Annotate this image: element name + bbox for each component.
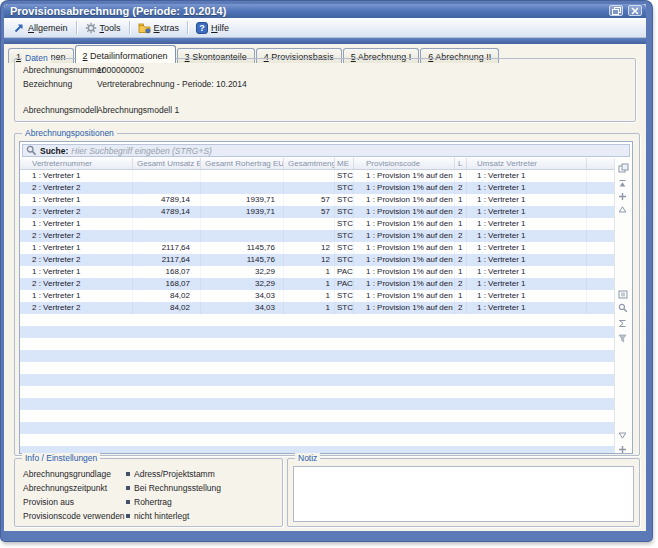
- cell-provisionscode: 1 : Provision 1% auf den Ve: [354, 170, 455, 182]
- cell-provisionscode: 1 : Provision 1% auf den Ve: [354, 206, 455, 218]
- info-label-provision-aus: Provision aus: [23, 497, 74, 507]
- toolbar-item-hilfe[interactable]: ?Hilfe: [191, 20, 234, 36]
- table-row[interactable]: 2 : Vertreter 2168,0732,291PACK1 : Provi…: [20, 278, 615, 290]
- cell-gesamt_rohertrag: [201, 170, 284, 182]
- column-header-provisionscode[interactable]: Provisionscode: [354, 158, 455, 169]
- cell-umsatz_vertreter: 1 : Vertreter 1: [467, 206, 587, 218]
- field-label-abrechnungsnummer: Abrechnungsnummer: [23, 65, 104, 75]
- cell-me: PACK: [335, 266, 354, 278]
- cell-umsatz_vertreter: 1 : Vertreter 1: [467, 230, 587, 242]
- cell-vertreternummer: 1 : Vertreter 1: [22, 170, 133, 182]
- cell-provisionscode: 1 : Provision 1% auf den Ve: [354, 266, 455, 278]
- cell-me: STCK: [335, 302, 354, 314]
- field-value-abrechnungsmodell: Abrechnungsmodell 1: [97, 105, 179, 115]
- cell-gesamt_umsatz: 2117,64: [133, 242, 201, 254]
- cell-provisionscode: 1 : Provision 1% auf den Ve: [354, 278, 455, 290]
- cell-l: 2: [455, 302, 467, 314]
- toolbar-item-allgemein[interactable]: Allgemein: [8, 20, 73, 36]
- table-row[interactable]: 1 : Vertreter 1STCK1 : Provision 1% auf …: [20, 218, 615, 230]
- cell-gesamtmenge: 1: [284, 278, 335, 290]
- notiz-textarea[interactable]: [293, 466, 634, 522]
- table-row[interactable]: 1 : Vertreter 184,0234,031STCK1 : Provis…: [20, 290, 615, 302]
- cell-gesamt_umsatz: 4789,14: [133, 194, 201, 206]
- cell-gesamt_umsatz: [133, 170, 201, 182]
- cell-empty: [587, 302, 613, 314]
- column-header-vertreternummer[interactable]: Vertreternummer: [22, 158, 133, 169]
- cell-me: STCK: [335, 182, 354, 194]
- cell-umsatz_vertreter: 1 : Vertreter 1: [467, 242, 587, 254]
- window-controls: [609, 5, 642, 16]
- table-row[interactable]: 2 : Vertreter 22117,641145,7612STCK1 : P…: [20, 254, 615, 266]
- table-row[interactable]: 1 : Vertreter 1STCK1 : Provision 1% auf …: [20, 170, 615, 182]
- cell-gesamtmenge: [284, 230, 335, 242]
- search-input[interactable]: [71, 145, 626, 156]
- close-button[interactable]: [628, 5, 642, 16]
- cell-gesamt_rohertrag: 1939,71: [201, 206, 284, 218]
- cell-gesamtmenge: 57: [284, 194, 335, 206]
- table-row[interactable]: 2 : Vertreter 2STCK1 : Provision 1% auf …: [20, 230, 615, 242]
- grid-header: VertreternummerGesamt Umsatz EURGesamt R…: [20, 158, 615, 170]
- cell-l: 1: [455, 170, 467, 182]
- cell-provisionscode: 1 : Provision 1% auf den Ve: [354, 242, 455, 254]
- page-up-icon[interactable]: [618, 200, 627, 218]
- help-icon: ?: [196, 22, 208, 34]
- cell-gesamt_umsatz: 168,07: [133, 266, 201, 278]
- cell-gesamt_umsatz: [133, 218, 201, 230]
- table-row[interactable]: 2 : Vertreter 24789,141939,7157STCK1 : P…: [20, 206, 615, 218]
- table-row[interactable]: 1 : Vertreter 1168,0732,291PACK1 : Provi…: [20, 266, 615, 278]
- cell-empty: [587, 290, 613, 302]
- column-header-gesamtmenge[interactable]: Gesamtmenge: [284, 158, 335, 169]
- daten-group: Daten Abrechnungsnummer1000000002Bezeich…: [14, 58, 636, 122]
- restore-button[interactable]: [609, 5, 623, 16]
- cell-me: STCK: [335, 230, 354, 242]
- info-value-abrechnungszeitpunkt: Bei Rechnungsstellung: [134, 483, 221, 493]
- cell-empty: [587, 278, 613, 290]
- notiz-group-title: Notiz: [295, 453, 320, 463]
- column-header-umsatz-vertreter[interactable]: Umsatz Vertreter: [467, 158, 587, 169]
- cell-gesamt_umsatz: 168,07: [133, 278, 201, 290]
- bullet-icon: [126, 486, 130, 490]
- cell-l: 1: [455, 266, 467, 278]
- filter-icon[interactable]: [618, 329, 627, 347]
- cell-gesamtmenge: 1: [284, 266, 335, 278]
- cell-gesamt_umsatz: 2117,64: [133, 254, 201, 266]
- cell-l: 1: [455, 242, 467, 254]
- field-label-abrechnungsmodell: Abrechnungsmodell: [23, 105, 98, 115]
- toolbar-item-tools[interactable]: Tools: [80, 20, 126, 36]
- scroll-down-icon[interactable]: [618, 440, 627, 454]
- column-header-gesamt-umsatz-eur[interactable]: Gesamt Umsatz EUR: [133, 158, 201, 169]
- table-row[interactable]: 1 : Vertreter 12117,641145,7612STCK1 : P…: [20, 242, 615, 254]
- cell-gesamt_rohertrag: [201, 182, 284, 194]
- abrechnungspositionen-group: Abrechnungspositionen Suche: Vertreternu…: [14, 133, 640, 456]
- column-header-empty[interactable]: [587, 158, 613, 169]
- cell-umsatz_vertreter: 1 : Vertreter 1: [467, 290, 587, 302]
- cell-umsatz_vertreter: 1 : Vertreter 1: [467, 266, 587, 278]
- cell-gesamt_rohertrag: 1145,76: [201, 242, 284, 254]
- info-value-provision-aus: Rohertrag: [134, 497, 172, 507]
- cell-l: 2: [455, 182, 467, 194]
- toolbar-item-extras[interactable]: Extras: [133, 20, 185, 36]
- cell-me: STCK: [335, 194, 354, 206]
- window-title: Provisionsabrechnung (Periode: 10.2014): [10, 5, 226, 18]
- info-label-abrechnungszeitpunkt: Abrechnungszeitpunkt: [23, 483, 107, 493]
- cell-me: STCK: [335, 254, 354, 266]
- cell-provisionscode: 1 : Provision 1% auf den Ve: [354, 302, 455, 314]
- magnifier-icon: [26, 145, 37, 156]
- info-label-abrechnungsgrundlage: Abrechnungsgrundlage: [23, 469, 111, 479]
- empty-row: [20, 446, 615, 453]
- column-header-gesamt-rohertrag-eur[interactable]: Gesamt Rohertrag EUR: [201, 158, 284, 169]
- titlebar[interactable]: Provisionsabrechnung (Periode: 10.2014): [4, 4, 646, 18]
- app-window: Provisionsabrechnung (Periode: 10.2014) …: [1, 1, 652, 541]
- column-header-me[interactable]: ME: [335, 158, 354, 169]
- scroll-bottom-icon[interactable]: [618, 453, 627, 454]
- table-row[interactable]: 1 : Vertreter 14789,141939,7157STCK1 : P…: [20, 194, 615, 206]
- cell-umsatz_vertreter: 1 : Vertreter 1: [467, 278, 587, 290]
- table-row[interactable]: 2 : Vertreter 2STCK1 : Provision 1% auf …: [20, 182, 615, 194]
- tab-2-detailinformationen[interactable]: 2 Detailinformationen: [75, 45, 176, 63]
- cell-gesamt_umsatz: [133, 230, 201, 242]
- cell-gesamtmenge: 12: [284, 254, 335, 266]
- cell-gesamtmenge: 12: [284, 242, 335, 254]
- table-row[interactable]: 2 : Vertreter 284,0234,031STCK1 : Provis…: [20, 302, 615, 314]
- column-header-l[interactable]: L: [455, 158, 467, 169]
- cell-vertreternummer: 2 : Vertreter 2: [22, 254, 133, 266]
